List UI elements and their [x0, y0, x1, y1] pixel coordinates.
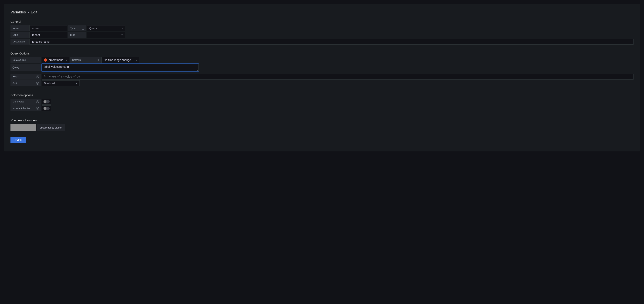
breadcrumb: Variables › Edit	[10, 10, 634, 14]
chevron-down-icon	[66, 60, 67, 61]
label-sort: Sort i	[10, 80, 41, 86]
section-preview: Preview of values observability-cluster	[10, 119, 634, 131]
section-title-selection: Selection options	[10, 93, 634, 97]
multi-value-toggle[interactable]	[43, 100, 50, 103]
update-button[interactable]: Update	[10, 137, 26, 143]
label-description: Description	[10, 39, 29, 45]
chevron-down-icon	[121, 28, 123, 29]
label-include-all: Include All option i	[10, 105, 41, 111]
section-selection: Selection options Multi-value i Include …	[10, 93, 634, 111]
label-label: Label	[10, 32, 29, 38]
chevron-down-icon	[121, 34, 123, 35]
preview-chip: observability-cluster	[37, 124, 65, 131]
label-refresh: Refresh i	[70, 57, 100, 63]
info-icon[interactable]: i	[36, 100, 39, 103]
breadcrumb-separator: ›	[28, 10, 29, 14]
name-input[interactable]	[30, 25, 68, 31]
hide-select[interactable]	[87, 32, 125, 38]
label-query: Query	[10, 64, 41, 71]
info-icon[interactable]: i	[36, 75, 39, 78]
label-type: Type i	[68, 25, 86, 31]
label-name: Name	[10, 25, 29, 31]
query-input[interactable]	[42, 64, 199, 71]
prometheus-icon	[44, 58, 47, 62]
section-title-general: General	[10, 20, 634, 23]
type-select[interactable]: Query	[87, 25, 125, 31]
label-datasource: Data source	[10, 57, 41, 63]
variable-edit-panel: Variables › Edit General Name Type i Que…	[4, 4, 640, 152]
info-icon[interactable]: i	[36, 82, 39, 85]
breadcrumb-current: Edit	[31, 10, 37, 14]
label-input[interactable]	[30, 32, 68, 38]
section-general: General Name Type i Query Label Hide	[10, 20, 634, 45]
breadcrumb-root[interactable]: Variables	[10, 10, 26, 14]
datasource-select[interactable]: prometheus	[42, 57, 70, 63]
label-multi-value: Multi-value i	[10, 99, 41, 105]
section-title-preview: Preview of values	[10, 119, 634, 122]
include-all-toggle[interactable]	[43, 107, 50, 110]
chevron-down-icon	[136, 60, 137, 61]
section-title-query: Query Options	[10, 52, 634, 55]
label-regex: Regex i	[10, 74, 41, 80]
include-all-toggle-wrapper	[42, 105, 51, 111]
info-icon[interactable]: i	[96, 59, 99, 61]
regex-input[interactable]	[42, 74, 634, 80]
multi-value-toggle-wrapper	[42, 99, 51, 105]
chevron-down-icon	[76, 83, 78, 84]
description-input[interactable]	[30, 39, 634, 45]
info-icon[interactable]: i	[36, 107, 39, 110]
section-query-options: Query Options Data source prometheus Ref…	[10, 52, 634, 86]
label-hide: Hide	[68, 32, 86, 38]
refresh-select[interactable]: On time range change	[102, 57, 139, 63]
sort-select[interactable]: Disabled	[42, 80, 80, 86]
info-icon[interactable]: i	[82, 27, 84, 30]
preview-chip-blank	[10, 124, 36, 131]
